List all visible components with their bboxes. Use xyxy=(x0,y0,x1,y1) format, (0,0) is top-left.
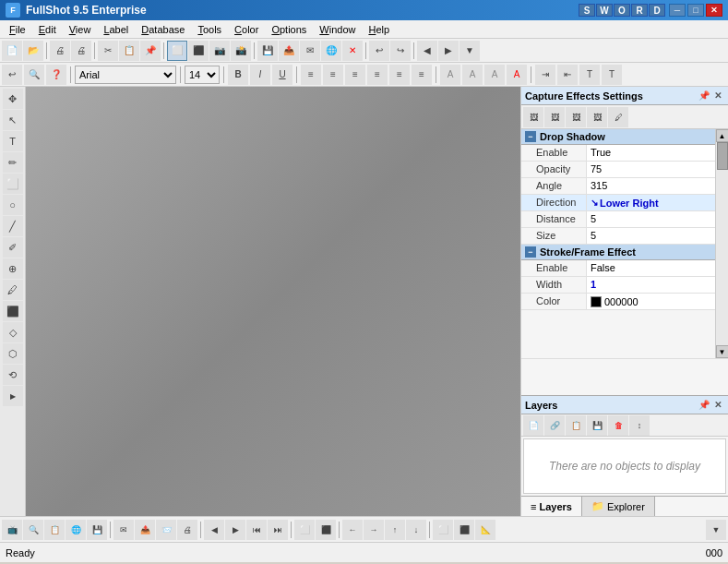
font-color-btn[interactable]: A xyxy=(507,65,527,85)
btm-btn12[interactable]: ⏮ xyxy=(246,520,267,540)
btm-btn19[interactable]: ↓ xyxy=(406,520,426,540)
btm-btn5[interactable]: 💾 xyxy=(87,520,107,540)
subscript-btn[interactable]: T xyxy=(602,65,622,85)
tool-pencil[interactable]: ✏ xyxy=(3,152,23,173)
list-btn[interactable]: ≡ xyxy=(389,65,410,85)
dropdown-btn[interactable]: ▼ xyxy=(459,41,480,61)
outdent-btn[interactable]: ⇤ xyxy=(557,65,578,85)
menu-color[interactable]: Color xyxy=(229,22,264,37)
btm-btn13[interactable]: ⏭ xyxy=(268,520,288,540)
layer-new-btn[interactable]: 📄 xyxy=(523,415,543,436)
tool-line[interactable]: ╱ xyxy=(3,216,23,236)
layers-close-button[interactable]: ✕ xyxy=(711,399,724,412)
capture2-btn[interactable]: ⬛ xyxy=(188,41,209,61)
close-button[interactable]: ✕ xyxy=(706,4,722,17)
color3-btn[interactable]: A xyxy=(484,65,505,85)
menu-label[interactable]: Label xyxy=(98,22,134,37)
btm-btn21[interactable]: ⬛ xyxy=(454,520,474,540)
tool-fill[interactable]: ⬛ xyxy=(3,301,23,321)
open-btn[interactable]: 📂 xyxy=(23,41,43,61)
btm-btn8[interactable]: 📨 xyxy=(156,520,176,540)
layer-link-btn[interactable]: 🔗 xyxy=(544,415,565,436)
close-panel-button[interactable]: ✕ xyxy=(711,90,724,102)
btm-btn17[interactable]: → xyxy=(364,520,384,540)
layer-move-btn[interactable]: ↕ xyxy=(629,415,650,436)
menu-edit[interactable]: Edit xyxy=(33,22,62,37)
paste-btn[interactable]: 📌 xyxy=(140,41,161,61)
btm-btn22[interactable]: 📐 xyxy=(475,520,495,540)
capture-btn[interactable]: ⬜ xyxy=(167,41,187,61)
copy-btn[interactable]: 📋 xyxy=(119,41,139,61)
effect-btn4[interactable]: 🖼 xyxy=(587,107,607,127)
word-w-btn[interactable]: W xyxy=(596,4,613,17)
menu-tools[interactable]: Tools xyxy=(192,22,227,37)
bold-btn[interactable]: B xyxy=(228,65,248,85)
btm-btn15[interactable]: ⬛ xyxy=(316,520,336,540)
btm-btn18[interactable]: ↑ xyxy=(385,520,405,540)
btm-dropdown[interactable]: ▼ xyxy=(706,520,726,540)
indent-btn[interactable]: ⇥ xyxy=(535,65,555,85)
menu-database[interactable]: Database xyxy=(136,22,190,37)
btm-btn1[interactable]: 📺 xyxy=(2,520,22,540)
menu-help[interactable]: Help xyxy=(363,22,395,37)
pin-button[interactable]: 📌 xyxy=(698,90,710,102)
align-right-btn[interactable]: ≡ xyxy=(345,65,365,85)
font-select[interactable]: Arial xyxy=(75,66,176,84)
fmt-btn1[interactable]: ↩ xyxy=(2,65,22,85)
color2-btn[interactable]: A xyxy=(462,65,483,85)
effects-scrollbar[interactable]: ▲ ▼ xyxy=(715,129,728,358)
print-btn[interactable]: 🖨 xyxy=(50,41,70,61)
align-justify-btn[interactable]: ≡ xyxy=(367,65,388,85)
size-select[interactable]: 14 xyxy=(185,66,220,84)
btm-btn4[interactable]: 🌐 xyxy=(66,520,86,540)
btm-btn2[interactable]: 🔍 xyxy=(23,520,43,540)
tool-rect[interactable]: ⬜ xyxy=(3,174,23,194)
email-btn[interactable]: ✉ xyxy=(300,41,320,61)
btm-btn16[interactable]: ← xyxy=(342,520,363,540)
word-r-btn[interactable]: R xyxy=(631,4,648,17)
expand-left-btn[interactable]: ▶ xyxy=(3,386,23,406)
word-d-btn[interactable]: D xyxy=(649,4,665,17)
next-btn[interactable]: ▶ xyxy=(438,41,459,61)
tab-explorer[interactable]: 📁 Explorer xyxy=(582,497,655,516)
print2-btn[interactable]: 🖨 xyxy=(71,41,91,61)
underline-btn[interactable]: U xyxy=(272,65,292,85)
menu-view[interactable]: View xyxy=(64,22,97,37)
layer-save-btn[interactable]: 💾 xyxy=(587,415,607,436)
btm-btn10[interactable]: ◀ xyxy=(204,520,224,540)
tool-arrow[interactable]: ↖ xyxy=(3,110,23,130)
btm-btn11[interactable]: ▶ xyxy=(225,520,245,540)
effect-btn1[interactable]: 🖼 xyxy=(523,107,543,127)
stroke-frame-header[interactable]: − Stroke/Frame Effect xyxy=(521,245,715,260)
tool-pen[interactable]: ✐ xyxy=(3,237,23,258)
btm-btn3[interactable]: 📋 xyxy=(44,520,65,540)
menu-file[interactable]: File xyxy=(4,22,31,37)
capture3-btn[interactable]: 📷 xyxy=(209,41,230,61)
tool-text[interactable]: T xyxy=(3,131,23,151)
fmt-btn3[interactable]: ❓ xyxy=(46,65,66,85)
btm-btn6[interactable]: ✉ xyxy=(113,520,134,540)
layers-pin-button[interactable]: 📌 xyxy=(698,399,710,412)
tool-select[interactable]: ✥ xyxy=(3,89,23,109)
tool-ellipse[interactable]: ○ xyxy=(3,195,23,215)
word-o-btn[interactable]: O xyxy=(614,4,630,17)
restore-button[interactable]: □ xyxy=(687,4,704,17)
align-left-btn[interactable]: ≡ xyxy=(301,65,321,85)
color1-btn[interactable]: A xyxy=(440,65,460,85)
italic-btn[interactable]: I xyxy=(250,65,270,85)
btm-btn20[interactable]: ⬜ xyxy=(433,520,453,540)
scroll-thumb[interactable] xyxy=(717,142,728,170)
drop-shadow-header[interactable]: − Drop Shadow xyxy=(521,129,715,145)
tool-brush[interactable]: 🖊 xyxy=(3,280,23,300)
tool-magnify[interactable]: ⊕ xyxy=(3,258,23,279)
layer-delete-btn[interactable]: 🗑 xyxy=(608,415,628,436)
word-s-btn[interactable]: S xyxy=(579,4,595,17)
btm-btn9[interactable]: 🖨 xyxy=(177,520,197,540)
effect-btn5[interactable]: 🖊 xyxy=(608,107,628,127)
fmt-btn2[interactable]: 🔍 xyxy=(24,65,44,85)
scroll-down-btn[interactable]: ▼ xyxy=(716,345,729,358)
new-btn[interactable]: 📄 xyxy=(2,41,22,61)
web-btn[interactable]: 🌐 xyxy=(321,41,341,61)
undo-btn[interactable]: ↩ xyxy=(369,41,389,61)
minimize-button[interactable]: ─ xyxy=(669,4,686,17)
